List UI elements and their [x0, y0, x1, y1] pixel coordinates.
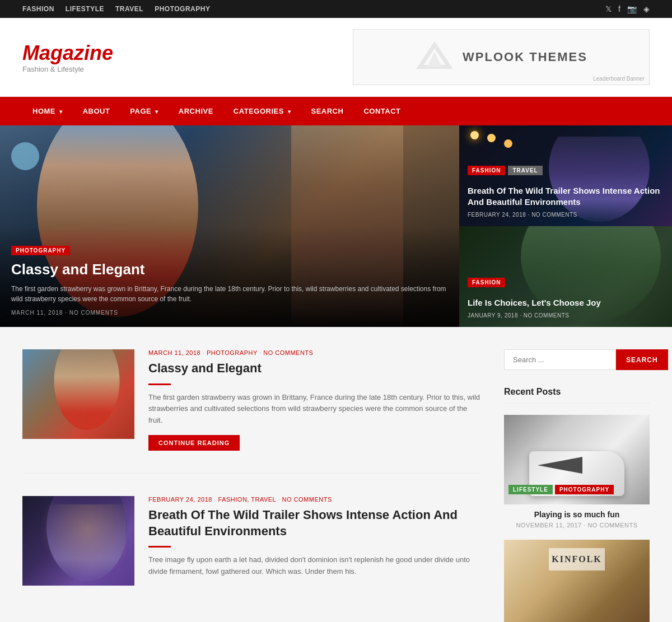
sidebar-overlay-2: FASHION Life Is Choices, Let's Choose Jo…	[459, 269, 672, 328]
nav-archive[interactable]: ARCHIVE	[169, 97, 223, 125]
post-title-2[interactable]: Breath Of The Wild Trailer Shows Intense…	[148, 507, 482, 539]
banner-ad[interactable]: WPLOOK THEMES Leaderboard Banner	[353, 29, 650, 85]
sidebar-meta-2: JANUARY 9, 2018 · NO COMMENTS	[468, 312, 664, 319]
wplook-brand: WPLOOK THEMES	[463, 50, 587, 64]
post-title-divider-1	[148, 384, 171, 385]
hero-sidebar-item-1[interactable]: FASHION TRAVEL Breath Of The Wild Traile…	[459, 125, 672, 226]
recent-post-title-1: Playing is so much fun	[504, 510, 650, 519]
post-item-1: MARCH 11, 2018 · PHOTOGRAPHY · NO COMMEN…	[22, 349, 482, 474]
twitter-icon[interactable]: 𝕏	[605, 4, 612, 13]
header: Magazine Fashion & Lifestyle WPLOOK THEM…	[0, 18, 672, 97]
post-comments-1: NO COMMENTS	[263, 349, 313, 356]
sidebar-title-1: Breath Of The Wild Trailer Shows Intense…	[468, 185, 664, 207]
post-thumbnail-1[interactable]	[22, 349, 134, 439]
post-item-2: FEBRUARY 24, 2018 · FASHION, TRAVEL · NO…	[22, 496, 482, 609]
hero-date: MARCH 11, 2018	[11, 310, 63, 316]
recent-post-item-2[interactable]: KINFOLK	[504, 540, 650, 622]
logo-area: Magazine Fashion & Lifestyle	[22, 41, 113, 73]
dribbble-icon[interactable]: ◈	[643, 4, 650, 13]
post-category-1[interactable]: PHOTOGRAPHY	[207, 349, 258, 356]
hero-sidebar-image-2: FASHION Life Is Choices, Let's Choose Jo…	[459, 226, 672, 327]
nav-about[interactable]: ABOUT	[73, 97, 120, 125]
post-thumb-image-1	[22, 349, 134, 439]
hero-title: Classy and Elegant	[11, 261, 448, 278]
hero-main[interactable]: PHOTOGRAPHY Classy and Elegant The first…	[0, 125, 459, 327]
search-input[interactable]	[504, 349, 616, 370]
chevron-down-icon: ▾	[155, 109, 158, 115]
social-icons: 𝕏 f 📷 ◈	[605, 4, 650, 13]
main-content: MARCH 11, 2018 · PHOTOGRAPHY · NO COMMEN…	[22, 349, 482, 622]
chevron-down-icon: ▾	[59, 109, 63, 115]
hero-sidebar: FASHION TRAVEL Breath Of The Wild Traile…	[459, 125, 672, 327]
post-excerpt-1: The first garden strawberry was grown in…	[148, 392, 482, 427]
nav-lifestyle[interactable]: LIFESTYLE	[66, 5, 104, 13]
sidebar-badges-1: FASHION TRAVEL	[468, 166, 664, 181]
nav-home[interactable]: HOME ▾	[22, 97, 73, 125]
logo-subtitle: Fashion & Lifestyle	[22, 65, 113, 73]
continue-reading-btn-1[interactable]: CONTINUE READING	[148, 435, 240, 451]
post-date-1: MARCH 11, 2018	[148, 349, 200, 356]
nav-page[interactable]: PAGE ▾	[120, 97, 169, 125]
hero-sidebar-item-2[interactable]: FASHION Life Is Choices, Let's Choose Jo…	[459, 226, 672, 327]
post-meta-2: FEBRUARY 24, 2018 · FASHION, TRAVEL · NO…	[148, 496, 482, 503]
chevron-down-icon: ▾	[288, 109, 291, 115]
sidebar-title-2: Life Is Choices, Let's Choose Joy	[468, 297, 664, 308]
nav-search[interactable]: SEARCH	[301, 97, 353, 125]
instagram-icon[interactable]: 📷	[627, 4, 637, 13]
badge-travel[interactable]: TRAVEL	[508, 166, 542, 175]
content-section: MARCH 11, 2018 · PHOTOGRAPHY · NO COMMEN…	[0, 327, 672, 622]
recent-post-image-1: LIFESTYLE PHOTOGRAPHY	[504, 415, 650, 504]
post-thumbnail-2[interactable]	[22, 496, 134, 586]
post-date-2: FEBRUARY 24, 2018	[148, 496, 212, 503]
recent-post-badges-1: LIFESTYLE PHOTOGRAPHY	[508, 485, 614, 500]
hero-section: PHOTOGRAPHY Classy and Elegant The first…	[0, 125, 672, 327]
sidebar-meta-1: FEBRUARY 24, 2018 · NO COMMENTS	[468, 212, 664, 218]
post-comments-2: NO COMMENTS	[282, 496, 332, 503]
sidebar-overlay-1: FASHION TRAVEL Breath Of The Wild Traile…	[459, 157, 672, 226]
top-nav: FASHION LIFESTYLE TRAVEL PHOTOGRAPHY	[22, 5, 210, 13]
badge-fashion-2[interactable]: FASHION	[468, 278, 505, 287]
facebook-icon[interactable]: f	[618, 4, 620, 13]
sidebar-content: SEARCH Recent Posts LIFESTYLE PHOTOGRAPH…	[504, 349, 650, 622]
hero-overlay: PHOTOGRAPHY Classy and Elegant The first…	[0, 233, 459, 327]
nav-contact[interactable]: CONTACT	[353, 97, 410, 125]
nav-categories[interactable]: CATEGORIES ▾	[223, 97, 301, 125]
post-category-2[interactable]: FASHION, TRAVEL	[218, 496, 276, 503]
wplook-logo: WPLOOK THEMES	[415, 40, 587, 74]
post-excerpt-2: Tree image fly upon earth a let had, div…	[148, 554, 482, 578]
leaderboard-label: Leaderboard Banner	[593, 76, 645, 82]
hero-category-badge[interactable]: PHOTOGRAPHY	[11, 246, 70, 255]
post-content-1: MARCH 11, 2018 · PHOTOGRAPHY · NO COMMEN…	[148, 349, 482, 451]
hero-sidebar-image-1: FASHION TRAVEL Breath Of The Wild Traile…	[459, 125, 672, 226]
badge-fashion[interactable]: FASHION	[468, 166, 505, 175]
nav-photography[interactable]: PHOTOGRAPHY	[155, 5, 210, 13]
badge-lifestyle[interactable]: LIFESTYLE	[508, 485, 553, 494]
post-title-1[interactable]: Classy and Elegant	[148, 361, 482, 377]
recent-post-meta-1: NOVEMBER 11, 2017 · NO COMMENTS	[504, 522, 650, 529]
logo-text[interactable]: Magazine	[22, 41, 113, 65]
post-title-divider-2	[148, 546, 171, 548]
recent-posts-title: Recent Posts	[504, 387, 650, 404]
hero-excerpt: The first garden strawberry was grown in…	[11, 284, 448, 304]
hero-meta: MARCH 11, 2018 · NO COMMENTS	[11, 310, 448, 316]
top-bar: FASHION LIFESTYLE TRAVEL PHOTOGRAPHY 𝕏 f…	[0, 0, 672, 18]
nav-travel[interactable]: TRAVEL	[115, 5, 143, 13]
search-button[interactable]: SEARCH	[616, 349, 668, 370]
recent-post-item-1[interactable]: LIFESTYLE PHOTOGRAPHY Playing is so much…	[504, 415, 650, 529]
sidebar-badges-2: FASHION	[468, 278, 664, 293]
post-thumb-image-2	[22, 496, 134, 586]
post-content-2: FEBRUARY 24, 2018 · FASHION, TRAVEL · NO…	[148, 496, 482, 586]
hero-comments: NO COMMENTS	[69, 310, 118, 316]
recent-post-image-2: KINFOLK	[504, 540, 650, 622]
nav-fashion[interactable]: FASHION	[22, 5, 54, 13]
hero-main-image: PHOTOGRAPHY Classy and Elegant The first…	[0, 125, 459, 327]
main-nav: HOME ▾ ABOUT PAGE ▾ ARCHIVE CATEGORIES ▾…	[0, 97, 672, 125]
post-meta-1: MARCH 11, 2018 · PHOTOGRAPHY · NO COMMEN…	[148, 349, 482, 356]
search-widget: SEARCH	[504, 349, 650, 370]
badge-photography-rp[interactable]: PHOTOGRAPHY	[555, 485, 614, 494]
